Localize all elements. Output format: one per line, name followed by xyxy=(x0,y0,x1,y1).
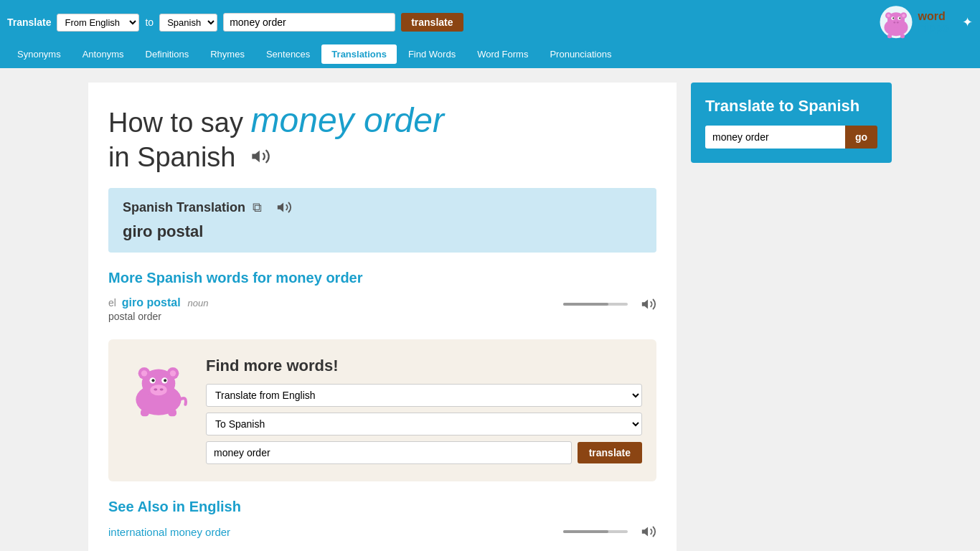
see-also-entry: international money order xyxy=(108,524,656,540)
word-meaning: postal order xyxy=(108,311,563,322)
svg-rect-32 xyxy=(168,410,176,417)
svg-rect-13 xyxy=(887,34,892,38)
from-language-select[interactable]: From English From Spanish From French Fr… xyxy=(57,14,139,32)
see-also-frequency-bar xyxy=(563,530,628,533)
translation-box: Spanish Translation ⧉ giro postal xyxy=(108,188,656,253)
word-pos: noun xyxy=(187,298,208,309)
word-speaker-icon[interactable] xyxy=(641,296,656,312)
word-entry-right xyxy=(563,296,656,312)
see-also-speaker-icon[interactable] xyxy=(641,524,656,540)
svg-point-5 xyxy=(887,14,891,17)
sidebar-translate-title: Translate to Spanish xyxy=(705,97,877,116)
search-input[interactable] xyxy=(223,13,395,32)
svg-point-27 xyxy=(164,379,166,382)
main-content: How to say money order in Spanish Spanis… xyxy=(74,68,906,551)
sidebar-input-row: go xyxy=(705,126,877,149)
frequency-bar xyxy=(563,303,628,306)
svg-point-29 xyxy=(154,388,157,390)
translation-speaker-icon[interactable] xyxy=(276,199,292,215)
find-more-to-select[interactable]: To Spanish To French To German To Italia… xyxy=(206,413,642,435)
nav-find-words[interactable]: Find Words xyxy=(398,44,466,64)
word-link[interactable]: giro postal xyxy=(122,296,181,309)
star-icon: ✦ xyxy=(962,14,973,30)
see-also-right xyxy=(563,524,656,540)
nav-sentences[interactable]: Sentences xyxy=(256,44,320,64)
svg-point-12 xyxy=(897,22,899,23)
nav-synonyms[interactable]: Synonyms xyxy=(7,44,71,64)
translation-header: Spanish Translation ⧉ xyxy=(123,199,642,215)
top-bar: Translate From English From Spanish From… xyxy=(0,0,980,44)
nav-rhymes[interactable]: Rhymes xyxy=(200,44,255,64)
svg-point-26 xyxy=(151,379,154,382)
svg-marker-33 xyxy=(642,527,648,537)
sidebar-search-input[interactable] xyxy=(705,126,845,149)
frequency-bar-fill xyxy=(563,303,608,306)
logo-area: word hippo xyxy=(875,4,949,40)
svg-point-6 xyxy=(903,14,906,17)
word-entry-left: el giro postal noun postal order xyxy=(108,296,563,322)
word-speaker-svg xyxy=(641,296,656,312)
nav-bar: Synonyms Antonyms Definitions Rhymes Sen… xyxy=(0,44,980,68)
page-title: How to say money order in Spanish xyxy=(108,100,656,174)
svg-marker-16 xyxy=(278,203,283,212)
word-entry: el giro postal noun postal order xyxy=(108,296,656,322)
svg-point-11 xyxy=(894,22,896,23)
svg-marker-17 xyxy=(642,300,648,309)
translation-section-title: Spanish Translation xyxy=(123,200,245,215)
more-words-title: More Spanish words for money order xyxy=(108,270,656,286)
translate-button-top[interactable]: translate xyxy=(401,13,463,32)
svg-point-9 xyxy=(893,17,895,19)
svg-point-10 xyxy=(900,17,901,19)
left-content: How to say money order in Spanish Spanis… xyxy=(88,83,677,551)
nav-pronunciations[interactable]: Pronunciations xyxy=(540,44,621,64)
more-words-section: More Spanish words for money order el gi… xyxy=(108,270,656,322)
see-also-section: See Also in English international money … xyxy=(108,499,656,540)
to-language-select[interactable]: Spanish French German Italian xyxy=(159,14,217,32)
svg-rect-14 xyxy=(900,34,905,38)
svg-point-30 xyxy=(160,388,164,390)
find-more-bottom: translate xyxy=(206,441,642,464)
right-sidebar: Translate to Spanish go xyxy=(691,83,892,551)
word-article: el xyxy=(108,297,116,309)
see-also-link[interactable]: international money order xyxy=(108,526,563,538)
svg-rect-31 xyxy=(141,410,149,417)
copy-icon[interactable]: ⧉ xyxy=(253,200,262,215)
see-also-bar-fill xyxy=(563,530,608,533)
find-more-input[interactable] xyxy=(206,441,572,464)
title-suffix: in Spanish xyxy=(108,142,235,172)
hippo-image-icon xyxy=(123,357,194,416)
nav-definitions[interactable]: Definitions xyxy=(136,44,199,64)
nav-word-forms[interactable]: Word Forms xyxy=(467,44,538,64)
see-also-title: See Also in English xyxy=(108,499,656,515)
find-more-title: Find more words! xyxy=(206,357,642,375)
svg-marker-15 xyxy=(252,150,260,161)
translate-button-bottom[interactable]: translate xyxy=(578,442,642,463)
logo-hippo-icon xyxy=(875,4,918,40)
translation-word: giro postal xyxy=(123,222,642,241)
sidebar-translate-box: Translate to Spanish go xyxy=(691,83,892,163)
title-prefix: How to say xyxy=(108,108,243,138)
svg-point-28 xyxy=(150,385,166,395)
translate-label: Translate xyxy=(7,17,51,28)
svg-point-22 xyxy=(141,370,147,376)
sidebar-go-button[interactable]: go xyxy=(845,126,877,149)
nav-translations[interactable]: Translations xyxy=(321,44,397,64)
speaker-svg-icon xyxy=(250,146,270,166)
find-more-right: Find more words! Translate from English … xyxy=(206,357,642,464)
to-label: to xyxy=(145,17,154,28)
nav-antonyms[interactable]: Antonyms xyxy=(72,44,134,64)
see-also-speaker-svg xyxy=(641,524,656,540)
find-more-from-select[interactable]: Translate from English Translate from Sp… xyxy=(206,384,642,407)
title-speaker-icon[interactable] xyxy=(250,146,270,166)
svg-point-23 xyxy=(170,370,176,376)
title-word: money order xyxy=(251,101,444,139)
find-more-box: Find more words! Translate from English … xyxy=(108,339,656,481)
translation-speaker-svg xyxy=(276,199,292,215)
